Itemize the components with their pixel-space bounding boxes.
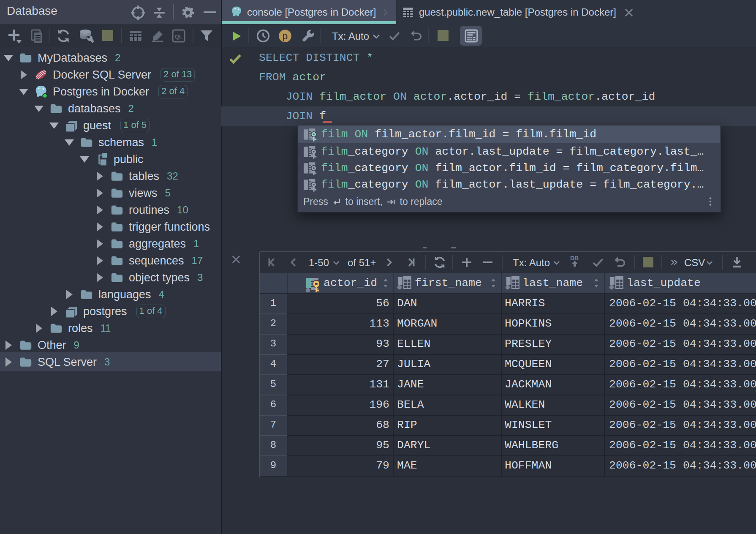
svg-text:DB: DB xyxy=(570,255,579,262)
svg-text:p: p xyxy=(283,31,288,41)
svg-text:QL: QL xyxy=(175,33,182,40)
